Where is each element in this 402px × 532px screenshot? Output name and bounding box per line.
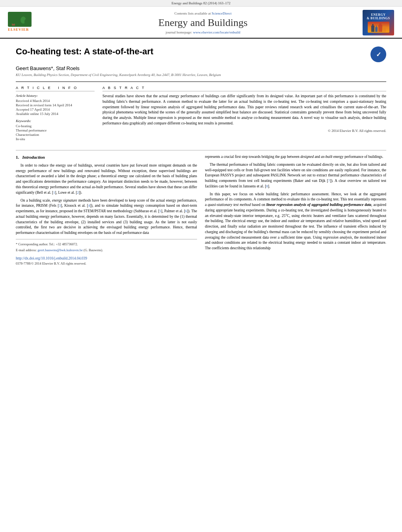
email-link[interactable]: geert.bauwens@bwk.kuleuven.be — [37, 248, 83, 252]
keyword-1: Co-heating — [16, 124, 95, 128]
article-history: Article history: Received 4 March 2014 R… — [16, 94, 95, 116]
svg-point-2 — [16, 15, 21, 22]
journal-logo: ENERGY& BUILDINGS — [363, 10, 394, 35]
svg-rect-6 — [372, 24, 374, 26]
abstract-label: A B S T R A C T — [102, 86, 386, 91]
elsevier-name: ELSEVIER — [8, 28, 29, 32]
logo-text: ENERGY& BUILDINGS — [367, 13, 390, 20]
svg-rect-7 — [375, 27, 378, 32]
contents-label: Contents lists available at ScienceDirec… — [43, 11, 363, 15]
ref-8[interactable]: 8 — [266, 184, 268, 188]
footnote-corresponding: * Corresponding author. Tel.: +32 485736… — [16, 242, 197, 247]
ref-5[interactable]: 5 — [160, 209, 161, 213]
footnote-area: * Corresponding author. Tel.: +32 485736… — [16, 239, 197, 253]
para-right-1: represents a crucial first step towards … — [205, 154, 386, 160]
copyright-line: © 2014 Elsevier B.V. All rights reserved… — [102, 129, 386, 133]
footnote-email: E-mail address: geert.bauwens@bwk.kuleuv… — [16, 248, 197, 252]
ref-7[interactable]: 7 — [328, 179, 330, 183]
divider — [16, 150, 386, 150]
sciencedirect-link[interactable]: ScienceDirect — [212, 11, 231, 15]
doi-link[interactable]: http://dx.doi.org/10.1016/j.enbuild.2014… — [16, 256, 87, 260]
keywords-group: Keywords: Co-heating Thermal performance… — [16, 119, 95, 141]
footer-links: http://dx.doi.org/10.1016/j.enbuild.2014… — [16, 256, 197, 266]
ref-4[interactable]: 4 — [88, 204, 90, 208]
svg-rect-8 — [376, 26, 377, 27]
homepage-url[interactable]: www.elsevier.com/locate/enbuild — [193, 30, 240, 34]
journal-title-header: Energy and Buildings — [43, 17, 363, 29]
section1-heading: 1. Introduction — [16, 154, 197, 161]
svg-rect-9 — [378, 25, 382, 32]
svg-rect-11 — [383, 26, 386, 32]
citation-bar: Energy and Buildings 82 (2014) 163–172 — [0, 0, 402, 7]
page: Energy and Buildings 82 (2014) 163–172 E… — [0, 0, 402, 532]
article-info-label: A R T I C L E I N F O — [16, 86, 95, 91]
elsevier-tree-icon — [8, 12, 32, 27]
keyword-3: Characterisation — [16, 133, 95, 137]
journal-homepage: journal homepage: www.elsevier.com/locat… — [43, 30, 363, 34]
logo-graphic — [368, 22, 389, 33]
svg-rect-10 — [379, 23, 382, 25]
main-col-right: represents a crucial first step towards … — [205, 154, 386, 266]
keywords-list: Co-heating Thermal performance Character… — [16, 124, 95, 141]
abstract-text: Several studies have shown that the actu… — [102, 94, 386, 126]
issn-text: 0378-7788/© 2014 Elsevier B.V. All right… — [16, 261, 197, 266]
article-title-section: Co-heating test: A state-of-the-art ✓ — [16, 46, 386, 62]
journal-header: ELSEVIER Contents lists available at Sci… — [0, 7, 402, 39]
para-right-2: The thermal performance of building fabr… — [205, 162, 386, 189]
keyword-4: In-situ — [16, 137, 95, 141]
ref-2[interactable]: 2 — [77, 191, 78, 195]
history-content: Received 4 March 2014 Received in revise… — [16, 99, 95, 116]
para-right-3: In this paper, we focus on whole buildin… — [205, 192, 386, 251]
crossmark-icon: ✓ — [370, 46, 386, 62]
para-2: On a building scale, energy signature me… — [16, 198, 197, 236]
authors: Geert Bauwens*, Staf Roels — [16, 65, 386, 71]
abstract-section: A B S T R A C T Several studies have sho… — [102, 86, 386, 144]
ref-1[interactable]: 1 — [53, 191, 55, 195]
svg-rect-5 — [371, 26, 374, 32]
ref-6[interactable]: 6 — [185, 209, 187, 213]
article-info: A R T I C L E I N F O Article history: R… — [16, 86, 95, 144]
svg-point-4 — [24, 19, 28, 24]
history-label: Article history: — [16, 94, 95, 98]
keyword-2: Thermal performance — [16, 128, 95, 132]
para-1: In order to reduce the energy use of bui… — [16, 163, 197, 196]
main-col-left: 1. Introduction In order to reduce the e… — [16, 154, 197, 266]
article-body: Co-heating test: A state-of-the-art ✓ Ge… — [0, 39, 402, 274]
keywords-label: Keywords: — [16, 119, 95, 123]
article-info-abstract: A R T I C L E I N F O Article history: R… — [16, 82, 386, 144]
elsevier-logo: ELSEVIER — [8, 12, 43, 33]
affiliation: KU Leuven, Building Physics Section, Dep… — [16, 73, 386, 77]
citation-text: Energy and Buildings 82 (2014) 163–172 — [171, 1, 231, 5]
header-center: Contents lists available at ScienceDirec… — [43, 11, 363, 34]
main-content: 1. Introduction In order to reduce the e… — [16, 154, 386, 266]
ref-3[interactable]: 3 — [59, 204, 61, 208]
article-title: Co-heating test: A state-of-the-art — [16, 46, 153, 57]
svg-point-1 — [10, 16, 17, 24]
